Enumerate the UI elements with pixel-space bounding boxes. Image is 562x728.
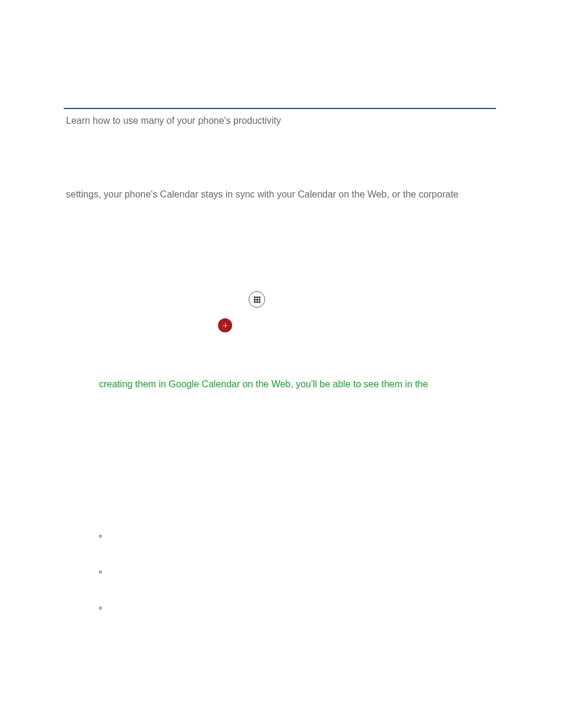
sync-paragraph: settings, your phone's Calendar stays in… — [66, 189, 458, 200]
list-bullet — [99, 571, 102, 574]
list-bullet — [99, 535, 102, 538]
intro-paragraph: Learn how to use many of your phone's pr… — [66, 116, 281, 126]
calendar-link-text: creating them in Google Calendar on the … — [99, 379, 428, 390]
add-icon — [218, 318, 232, 332]
apps-grid-dots — [254, 297, 260, 303]
document-page: Learn how to use many of your phone's pr… — [0, 0, 562, 728]
list-bullet — [99, 607, 102, 610]
horizontal-rule — [64, 108, 496, 109]
apps-icon — [249, 291, 265, 308]
